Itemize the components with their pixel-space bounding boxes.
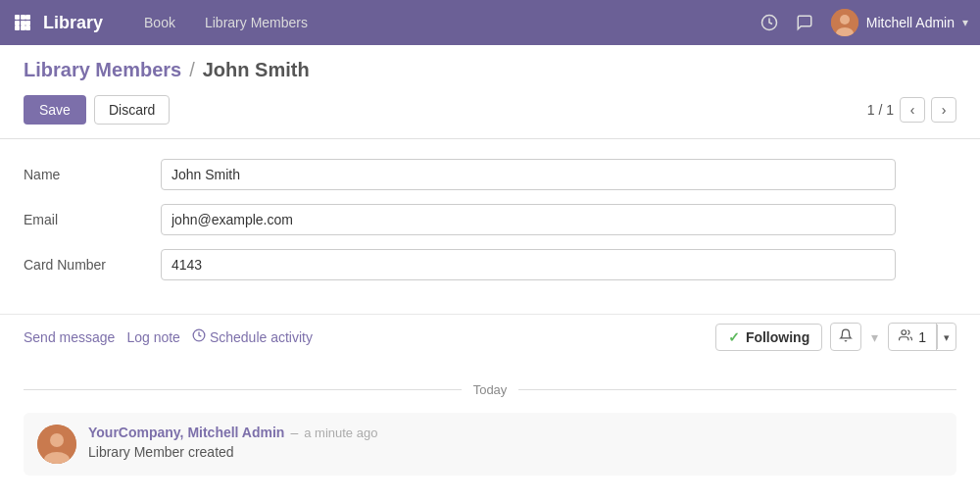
followers-dropdown-button[interactable]: ▾ (937, 325, 956, 349)
log-avatar (37, 425, 76, 464)
following-check-icon: ✓ (728, 329, 740, 345)
user-caret-icon: ▾ (962, 16, 968, 29)
divider-line-left (24, 389, 462, 390)
followers-dropdown-icon: ▾ (944, 331, 950, 343)
following-label: Following (746, 329, 809, 345)
log-note-button[interactable]: Log note (126, 324, 192, 351)
log-time: a minute ago (304, 426, 377, 440)
schedule-activity-button[interactable]: Schedule activity (192, 323, 324, 351)
topnav: Library Book Library Members Mitchell Ad… (0, 0, 980, 45)
send-message-label: Send message (24, 329, 115, 345)
card-number-row: Card Number (24, 249, 956, 280)
name-input[interactable] (161, 159, 896, 190)
followers-button[interactable]: 1 (889, 324, 937, 350)
schedule-activity-icon (192, 328, 206, 345)
pager-prev-button[interactable]: ‹ (900, 97, 925, 123)
username: Mitchell Admin (866, 15, 955, 30)
log-note-label: Log note (126, 329, 180, 345)
log-content: YourCompany, Mitchell Admin – a minute a… (88, 425, 943, 460)
log-message: Library Member created (88, 444, 943, 460)
send-message-button[interactable]: Send message (24, 324, 126, 351)
following-button[interactable]: ✓ Following (715, 324, 822, 351)
email-row: Email (24, 204, 956, 235)
pager-next-button[interactable]: › (931, 97, 956, 123)
followers-person-icon (899, 328, 912, 345)
notification-bell-button[interactable] (830, 323, 861, 351)
pager-count: 1 / 1 (867, 102, 894, 118)
svg-rect-6 (15, 25, 20, 30)
email-label: Email (24, 212, 161, 227)
log-header: YourCompany, Mitchell Admin – a minute a… (88, 425, 943, 440)
avatar (831, 9, 858, 36)
name-label: Name (24, 167, 161, 182)
record-form: Name Email Card Number (0, 139, 980, 304)
svg-rect-2 (25, 15, 30, 20)
svg-rect-1 (21, 15, 25, 20)
timeline-date-label: Today (473, 382, 508, 397)
following-area: ✓ Following ▾ 1 ▾ (715, 323, 956, 351)
grid-icon[interactable] (12, 12, 33, 33)
timeline-date-divider: Today (24, 382, 956, 397)
topnav-menu: Book Library Members (132, 9, 760, 36)
svg-rect-5 (25, 21, 30, 25)
svg-rect-8 (25, 25, 30, 30)
followers-count: 1 (918, 329, 926, 345)
timeline-section: Today YourCompany, Mitchell Admin – a mi… (0, 359, 980, 493)
log-dash: – (290, 425, 298, 440)
card-number-input[interactable] (161, 249, 896, 280)
card-number-label: Card Number (24, 257, 161, 273)
app-name: Library (43, 13, 103, 33)
svg-point-11 (840, 15, 850, 25)
user-menu[interactable]: Mitchell Admin ▾ (831, 9, 968, 36)
log-author[interactable]: YourCompany, Mitchell Admin (88, 425, 284, 440)
nav-library-members[interactable]: Library Members (193, 9, 319, 36)
chatter-toolbar: Send message Log note Schedule activity … (0, 314, 980, 359)
svg-rect-3 (15, 21, 20, 25)
clock-icon[interactable] (760, 14, 778, 31)
pager: 1 / 1 ‹ › (867, 97, 956, 123)
email-input[interactable] (161, 204, 896, 235)
svg-rect-4 (21, 21, 25, 25)
breadcrumb: Library Members / John Smith (0, 45, 980, 89)
name-row: Name (24, 159, 956, 190)
breadcrumb-separator: / (189, 59, 195, 81)
svg-rect-7 (21, 25, 25, 30)
log-entry: YourCompany, Mitchell Admin – a minute a… (24, 413, 956, 476)
nav-book[interactable]: Book (132, 9, 187, 36)
breadcrumb-current: John Smith (203, 59, 310, 81)
svg-point-16 (50, 433, 64, 447)
divider-line-right (518, 389, 956, 390)
record-toolbar: Save Discard 1 / 1 ‹ › (0, 89, 980, 139)
breadcrumb-parent[interactable]: Library Members (24, 59, 181, 81)
schedule-activity-label: Schedule activity (210, 329, 313, 345)
svg-rect-0 (15, 15, 20, 20)
discard-button[interactable]: Discard (94, 95, 170, 125)
save-button[interactable]: Save (24, 95, 86, 125)
chat-icon[interactable] (796, 14, 813, 31)
topnav-right: Mitchell Admin ▾ (760, 9, 968, 36)
svg-point-14 (902, 330, 906, 335)
